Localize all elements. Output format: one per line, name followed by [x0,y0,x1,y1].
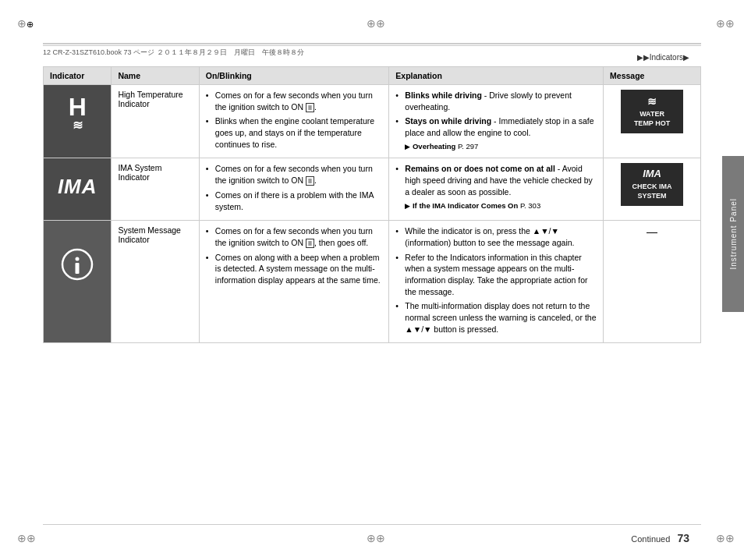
col-header-name: Name [112,67,199,85]
water-icon: ≋ [627,94,677,108]
message-cell-hightemp: ≋ WATERTEMP HOT [604,85,701,158]
list-item: Comes on for a few seconds when you turn… [206,225,383,248]
onblinking-cell-sysmsg: Comes on for a few seconds when you turn… [199,221,389,343]
high-temp-icon: H ≋ [50,90,105,136]
name-cell-ima: IMA System Indicator [112,158,199,221]
nav-breadcrumb: ▶▶Indicators▶ [637,53,689,62]
main-content: Indicator Name On/Blinking Explanation M… [43,66,701,517]
explanation-cell-sysmsg: While the indicator is on, press the ▲▼/… [389,221,604,343]
svg-point-1 [76,257,80,261]
ref-text-ima: ▶ If the IMA Indicator Comes On P. 303 [395,201,597,210]
name-cell-hightemp: High Temperature Indicator [112,85,199,158]
cropmark-tr: ⊕ [716,17,727,28]
h-letter: H [69,94,87,119]
table-row: IMA IMA System Indicator Comes on for a … [44,158,701,221]
indicators-table: Indicator Name On/Blinking Explanation M… [43,66,701,343]
ima-icon: IMA [50,163,105,210]
ima-msg-icon: IMA [627,168,677,181]
sidebar-panel-label: Instrument Panel [722,156,744,312]
list-item: Comes on for a few seconds when you turn… [206,90,383,112]
page-number: 73 [677,532,689,544]
bullet-list: Blinks while driving - Drive slowly to p… [395,90,597,139]
indicator-name-ima: IMA System Indicator [118,163,161,182]
list-item: Comes on for a few seconds when you turn… [206,163,383,186]
name-cell-sysmsg: System Message Indicator [112,221,199,343]
bottom-divider [43,524,701,525]
ima-text: IMA [58,175,97,199]
info-icon [50,225,105,303]
bullet-list: Comes on for a few seconds when you turn… [206,225,383,285]
ref-text: ▶ Overheating P. 297 [395,142,597,151]
continued-text: Continued [631,534,670,544]
cropmark-tl: ⊕ [17,17,28,28]
col-header-onblinking: On/Blinking [199,67,389,85]
list-item: Blinks when the engine coolant temperatu… [206,115,383,150]
list-item: Comes on if there is a problem with the … [206,190,383,212]
indicator-cell-hightemp: H ≋ [44,85,112,158]
list-item: Refer to the Indicators information in t… [395,252,597,298]
list-item: The multi-information display does not r… [395,300,597,335]
cropmark-bc: ⊕ [367,532,377,543]
bullet-list: Remains on or does not come on at all - … [395,163,597,197]
message-box-ima: IMA CHECK IMA SYSTEM [621,163,683,205]
message-cell-ima: IMA CHECK IMA SYSTEM [604,158,701,221]
table-row: H ≋ High Temperature Indicator Comes on … [44,85,701,158]
message-cell-sysmsg: — [604,221,701,343]
col-header-indicator: Indicator [44,67,112,85]
onblinking-cell-hightemp: Comes on for a few seconds when you turn… [199,85,389,158]
sidebar-text: Instrument Panel [729,198,738,270]
bullet-list: Comes on for a few seconds when you turn… [206,90,383,150]
wave-icon: ≋ [73,119,82,132]
footer: Continued 73 [626,532,689,544]
svg-rect-2 [76,263,80,274]
explanation-cell-ima: Remains on or does not come on at all - … [389,158,604,221]
header-area: 12 CR-Z-31SZT610.book 73 ページ ２０１１年８月２９日 … [43,45,701,58]
indicator-name-hightemp: High Temperature Indicator [118,90,182,108]
list-item: While the indicator is on, press the ▲▼/… [395,225,597,248]
msg-dash: — [647,225,657,238]
message-box-hightemp: ≋ WATERTEMP HOT [621,90,683,133]
list-item: Blinks while driving - Drive slowly to p… [395,90,597,112]
cropmark-tc: ⊕ [367,17,377,28]
explanation-cell-hightemp: Blinks while driving - Drive slowly to p… [389,85,604,158]
indicator-name-sysmsg: System Message Indicator [118,225,181,244]
bullet-list: While the indicator is on, press the ▲▼/… [395,225,597,335]
cropmark-bl: ⊕ [17,532,28,543]
list-item: Remains on or does not come on at all - … [395,163,597,197]
list-item: Comes on along with a beep when a proble… [206,252,383,286]
bullet-list: Comes on for a few seconds when you turn… [206,163,383,212]
top-divider [43,43,701,44]
msg-text-ima: CHECK IMA SYSTEM [632,183,672,200]
file-info: 12 CR-Z-31SZT610.book 73 ページ ２０１１年８月２９日 … [43,48,304,56]
indicator-cell-sysmsg [44,221,112,343]
col-header-message: Message [604,67,701,85]
list-item: Stays on while driving - Immediately sto… [395,115,597,138]
onblinking-cell-ima: Comes on for a few seconds when you turn… [199,158,389,221]
table-row: System Message Indicator Comes on for a … [44,221,701,343]
cropmark-br: ⊕ [716,532,727,543]
info-svg [61,248,94,281]
col-header-explanation: Explanation [389,67,604,85]
indicator-cell-ima: IMA [44,158,112,221]
msg-text-hightemp: WATERTEMP HOT [634,110,670,127]
